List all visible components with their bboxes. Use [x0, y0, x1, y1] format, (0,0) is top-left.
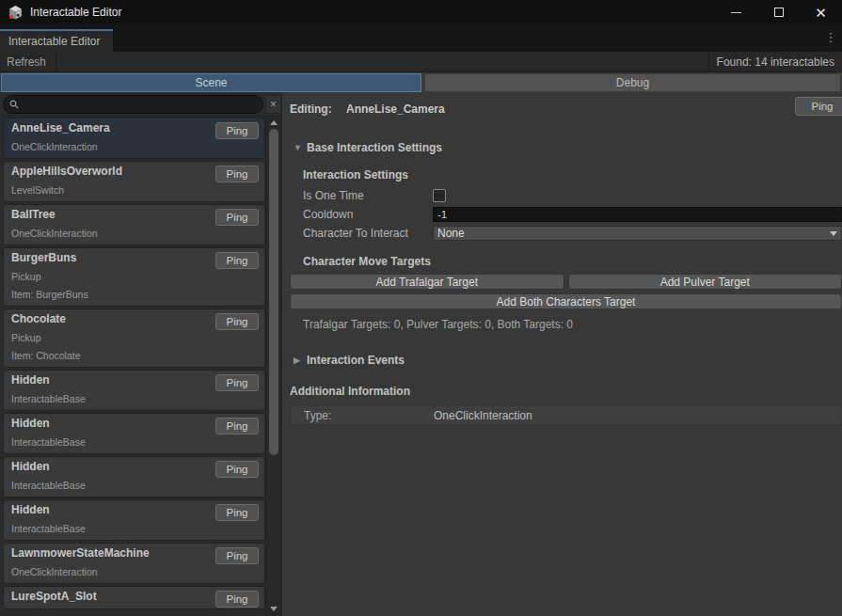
list-item[interactable]: LureSpotA_Slot Ping — [3, 586, 265, 609]
list-item-subtitle: InteractableBase — [11, 436, 259, 449]
view-tab-strip: Scene Debug — [0, 72, 842, 92]
ping-button[interactable]: Ping — [215, 591, 259, 608]
interactable-editor-window: Interactable Editor ✕ Interactable Edito… — [0, 0, 842, 616]
app-cube-icon — [8, 5, 24, 21]
list-item[interactable]: LawnmowerStateMachine OneClickInteractio… — [3, 543, 265, 584]
ping-button[interactable]: Ping — [215, 313, 259, 330]
type-label: Type: — [304, 409, 434, 422]
editor-panel: Editing: AnneLise_Camera Ping ▼ Base Int… — [282, 92, 842, 616]
list-item-sublines: LevelSwitch — [11, 184, 259, 197]
list-item-subtitle: Pickup — [11, 271, 259, 283]
scroll-down-arrow-icon[interactable] — [266, 603, 281, 615]
list-item-sublines: OneClickInteraction — [11, 141, 259, 153]
list-wrap: AnneLise_Camera OneClickInteraction Ping… — [0, 117, 281, 616]
interaction-settings-header: Interaction Settings — [303, 168, 842, 182]
list-item-sublines: InteractableBase — [11, 393, 259, 405]
list-item-subtitle: Item: BurgerBuns — [11, 289, 259, 301]
ping-button[interactable]: Ping — [215, 547, 259, 564]
title-bar: Interactable Editor ✕ — [0, 0, 842, 24]
ping-button[interactable]: Ping — [215, 122, 259, 139]
list-item-sublines: InteractableBase — [11, 480, 259, 492]
additional-information-header: Additional Information — [290, 385, 842, 398]
close-icon: ✕ — [815, 6, 827, 20]
list-item-sublines: InteractableBase — [11, 523, 259, 535]
is-one-time-checkbox[interactable] — [433, 189, 446, 202]
base-interaction-settings-foldout[interactable]: ▼ Base Interaction Settings — [294, 141, 842, 154]
ping-button[interactable]: Ping — [215, 209, 259, 226]
window-title: Interactable Editor — [30, 6, 121, 19]
scrollbar-thumb[interactable] — [269, 129, 278, 455]
ping-button[interactable]: Ping — [215, 461, 259, 478]
interaction-events-foldout[interactable]: ▶ Interaction Events — [294, 354, 842, 367]
minimize-button[interactable] — [715, 0, 757, 24]
ping-button[interactable]: Ping — [215, 252, 259, 269]
maximize-icon — [774, 8, 784, 17]
list-item[interactable]: Hidden InteractableBase Ping — [3, 499, 265, 541]
is-one-time-row: Is One Time — [303, 188, 842, 203]
list-item[interactable]: AnneLise_Camera OneClickInteraction Ping — [3, 118, 265, 159]
close-button[interactable]: ✕ — [800, 0, 842, 24]
ping-button[interactable]: Ping — [215, 166, 259, 182]
add-both-characters-target-button[interactable]: Add Both Characters Target — [290, 293, 842, 309]
list-item-subtitle: OneClickInteraction — [11, 228, 259, 240]
list-item-subtitle: InteractableBase — [11, 480, 259, 492]
scroll-up-arrow-icon[interactable] — [266, 117, 281, 129]
add-target-button-row: Add Trafalgar Target Add Pulver Target — [290, 274, 842, 290]
list-item[interactable]: Hidden InteractableBase Ping — [3, 456, 265, 498]
list-item-sublines: PickupItem: BurgerBuns — [11, 271, 259, 301]
maximize-button[interactable] — [757, 0, 800, 24]
list-item[interactable]: BallTree OneClickInteraction Ping — [3, 204, 265, 245]
cooldown-row: Cooldown — [303, 207, 842, 222]
character-to-interact-row: Character To Interact None — [303, 226, 842, 241]
interactable-list-panel: × AnneLise_Camera OneClickInteraction Pi… — [0, 92, 282, 616]
type-value: OneClickInteraction — [434, 409, 532, 422]
ping-button[interactable]: Ping — [215, 418, 259, 434]
character-to-interact-dropdown[interactable]: None — [433, 226, 842, 241]
ping-button[interactable]: Ping — [215, 504, 259, 521]
character-to-interact-label: Character To Interact — [303, 227, 433, 240]
content-area: × AnneLise_Camera OneClickInteraction Pi… — [0, 92, 842, 616]
kebab-menu-icon[interactable]: ⋮ — [823, 30, 838, 45]
foldout-open-icon: ▼ — [294, 143, 307, 152]
list-item-subtitle: OneClickInteraction — [11, 141, 259, 153]
toolbar: Refresh Found: 14 interactables — [0, 52, 842, 72]
targets-summary: Trafalgar Targets: 0, Pulver Targets: 0,… — [303, 318, 842, 331]
add-trafalgar-target-button[interactable]: Add Trafalgar Target — [290, 274, 564, 290]
foldout-label: Base Interaction Settings — [307, 141, 442, 154]
editor-ping-button[interactable]: Ping — [795, 97, 842, 116]
list-item[interactable]: Chocolate PickupItem: Chocolate Ping — [3, 308, 265, 368]
list-item-subtitle: OneClickInteraction — [11, 566, 259, 578]
dropdown-value: None — [437, 227, 465, 240]
editing-row: Editing: AnneLise_Camera — [290, 100, 842, 118]
minimize-icon — [731, 12, 741, 13]
list-item-sublines: OneClickInteraction — [11, 566, 259, 578]
list-item[interactable]: Hidden InteractableBase Ping — [3, 413, 265, 454]
search-clear-button[interactable]: × — [265, 95, 281, 114]
ping-button[interactable]: Ping — [215, 374, 259, 391]
cooldown-field[interactable] — [433, 207, 842, 222]
interactable-list: AnneLise_Camera OneClickInteraction Ping… — [0, 117, 265, 616]
type-row: Type: OneClickInteraction — [290, 405, 842, 425]
list-item-subtitle: InteractableBase — [11, 523, 259, 535]
list-item-subtitle: Item: Chocolate — [11, 350, 259, 362]
tab-scene[interactable]: Scene — [1, 73, 421, 92]
chevron-down-icon — [830, 231, 837, 236]
add-pulver-target-button[interactable]: Add Pulver Target — [568, 274, 842, 290]
list-scrollbar[interactable] — [265, 117, 281, 616]
editor-tab-bar: Interactable Editor ⋮ — [0, 24, 842, 52]
foldout-label: Interaction Events — [307, 354, 405, 367]
tab-interactable-editor[interactable]: Interactable Editor — [0, 29, 113, 52]
list-item[interactable]: Hidden InteractableBase Ping — [3, 370, 265, 411]
tab-label: Interactable Editor — [8, 35, 100, 48]
character-move-targets-header: Character Move Targets — [303, 255, 842, 268]
list-item-subtitle: Pickup — [11, 332, 259, 344]
found-count-label: Found: 14 interactables — [708, 52, 842, 71]
cooldown-label: Cooldown — [303, 208, 433, 221]
search-box[interactable] — [3, 95, 263, 114]
window-controls: ✕ — [715, 0, 842, 24]
list-item[interactable]: BurgerBuns PickupItem: BurgerBuns Ping — [3, 247, 265, 307]
search-input[interactable] — [23, 99, 257, 110]
tab-debug[interactable]: Debug — [424, 73, 841, 92]
refresh-button[interactable]: Refresh — [0, 52, 56, 71]
list-item[interactable]: AppleHillsOverworld LevelSwitch Ping — [3, 161, 265, 202]
